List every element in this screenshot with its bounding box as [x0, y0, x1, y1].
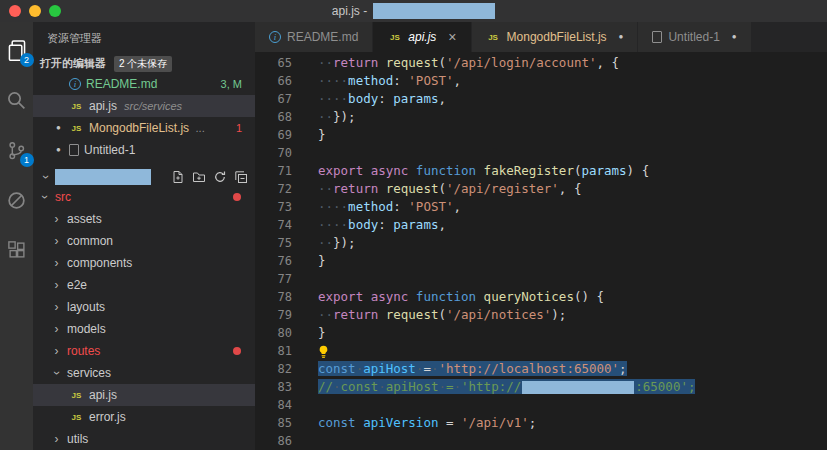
code-line-content[interactable]: //·const·apiHost·=·'http://:65000';: [305, 378, 695, 396]
code-token: apiVersion: [363, 415, 438, 430]
tree-item-models[interactable]: ›models: [33, 318, 255, 340]
code-token: ;: [529, 415, 537, 430]
open-editor-item-readme-md[interactable]: iREADME.md3, M: [33, 73, 255, 95]
code-line[interactable]: 83//·const·apiHost·=·'http://:65000';: [255, 378, 827, 396]
new-folder-button[interactable]: [191, 169, 207, 185]
code-line[interactable]: 78export async function queryNotices() {: [255, 288, 827, 306]
code-line-content[interactable]: }: [305, 252, 326, 270]
open-editor-label: api.js: [89, 99, 117, 113]
new-file-button[interactable]: [170, 169, 186, 185]
tree-item-utils[interactable]: ›utils: [33, 428, 255, 450]
tree-item-layouts[interactable]: ›layouts: [33, 296, 255, 318]
code-line[interactable]: 81: [255, 342, 827, 360]
code-line-content[interactable]: const apiVersion = '/api/v1';: [305, 414, 536, 432]
lightbulb-icon[interactable]: [318, 345, 331, 359]
tree-item-services[interactable]: ›services: [33, 362, 255, 384]
open-editor-item-mongodbfilelist-js[interactable]: ●JSMongodbFileList.js...1: [33, 117, 255, 139]
code-line-content[interactable]: export async function fakeRegister(param…: [305, 162, 649, 180]
code-line[interactable]: 82const·apiHost·=·'http://localhost:6500…: [255, 360, 827, 378]
code-line[interactable]: 75··});: [255, 234, 827, 252]
code-line-content[interactable]: [305, 396, 318, 414]
extensions-icon[interactable]: [5, 238, 29, 262]
code-line-content[interactable]: [305, 270, 318, 288]
code-line-content[interactable]: [305, 144, 318, 162]
code-line-content[interactable]: [305, 342, 333, 360]
tab-api-js[interactable]: JSapi.js×: [373, 22, 471, 52]
code-line-content[interactable]: ····method: 'POST',: [305, 198, 461, 216]
line-number: 79: [255, 306, 305, 324]
file-icon: [69, 144, 79, 156]
tree-item-assets[interactable]: ›assets: [33, 208, 255, 230]
code-token: 'http://localhost:65000': [438, 361, 619, 376]
code-line[interactable]: 70: [255, 144, 827, 162]
code-token: apiHost: [363, 361, 416, 376]
code-token: ··: [318, 55, 333, 70]
code-line[interactable]: 69}: [255, 126, 827, 144]
tree-item-common[interactable]: ›common: [33, 230, 255, 252]
zoom-window-button[interactable]: [49, 5, 61, 17]
tree-item-api-js[interactable]: JSapi.js: [33, 384, 255, 406]
tab-readme-md[interactable]: iREADME.md: [255, 22, 373, 52]
refresh-button[interactable]: [212, 169, 228, 185]
code-line[interactable]: 74····body: params,: [255, 216, 827, 234]
line-number: 84: [255, 396, 305, 414]
open-editor-meta: 3, M: [221, 78, 242, 90]
code-line[interactable]: 65··return request('/api/login/account',…: [255, 54, 827, 72]
tree-item-components[interactable]: ›components: [33, 252, 255, 274]
code-line-content[interactable]: ····body: params,: [305, 216, 446, 234]
code-line[interactable]: 80}: [255, 324, 827, 342]
code-line[interactable]: 72··return request('/api/register', {: [255, 180, 827, 198]
code-line-content[interactable]: ··});: [305, 108, 356, 126]
tab-mongodbfilelist-js[interactable]: JSMongodbFileList.js●: [472, 22, 639, 52]
code-line-content[interactable]: ··return request('/api/register', {: [305, 180, 581, 198]
code-line[interactable]: 79··return request('/api/notices');: [255, 306, 827, 324]
close-icon[interactable]: ×: [448, 30, 456, 44]
code-line[interactable]: 67····body: params,: [255, 90, 827, 108]
code-line-content[interactable]: }: [305, 126, 326, 144]
tree-item-e2e[interactable]: ›e2e: [33, 274, 255, 296]
explorer-icon[interactable]: 2: [5, 38, 29, 62]
code-line-content[interactable]: ····method: 'POST',: [305, 72, 461, 90]
code-line[interactable]: 76}: [255, 252, 827, 270]
code-line[interactable]: 71export async function fakeRegister(par…: [255, 162, 827, 180]
line-number: 68: [255, 108, 305, 126]
code-line[interactable]: 85const apiVersion = '/api/v1';: [255, 414, 827, 432]
open-editors-header[interactable]: 打开的编辑器 2 个未保存: [33, 54, 255, 73]
code-token: ;: [619, 361, 627, 376]
js-file-icon: JS: [69, 413, 84, 422]
source-control-icon[interactable]: 1: [5, 138, 29, 162]
code-line-content[interactable]: ··});: [305, 234, 356, 252]
close-window-button[interactable]: [9, 5, 21, 17]
debug-icon[interactable]: [5, 188, 29, 212]
code-line[interactable]: 68··});: [255, 108, 827, 126]
code-token: async: [371, 289, 409, 304]
open-editor-item-untitled-1[interactable]: ●Untitled-1: [33, 139, 255, 161]
tree-item-src[interactable]: ›src: [33, 186, 255, 208]
code-line[interactable]: 84: [255, 396, 827, 414]
collapse-all-button[interactable]: [233, 169, 249, 185]
code-line[interactable]: 66····method: 'POST',: [255, 72, 827, 90]
search-icon[interactable]: [5, 88, 29, 112]
code-token: }: [318, 253, 326, 268]
tab-untitled-1[interactable]: Untitled-1●: [638, 22, 751, 52]
code-line-content[interactable]: [305, 432, 318, 450]
minimize-window-button[interactable]: [29, 5, 41, 17]
code-line[interactable]: 77: [255, 270, 827, 288]
code-token: ,: [453, 73, 461, 88]
code-editor[interactable]: 65··return request('/api/login/account',…: [255, 52, 827, 450]
line-number: 73: [255, 198, 305, 216]
code-line-content[interactable]: }: [305, 324, 326, 342]
code-line[interactable]: 86: [255, 432, 827, 450]
code-line-content[interactable]: ··return request('/api/notices');: [305, 306, 566, 324]
open-editor-item-api-js[interactable]: JSapi.jssrc/services: [33, 95, 255, 117]
code-line-content[interactable]: ··return request('/api/login/account', {: [305, 54, 619, 72]
tree-item-error-js[interactable]: JSerror.js: [33, 406, 255, 428]
code-line-content[interactable]: export async function queryNotices() {: [305, 288, 604, 306]
folder-section-header[interactable]: ›: [33, 167, 255, 186]
code-line-content[interactable]: const·apiHost·=·'http://localhost:65000'…: [305, 360, 627, 378]
tree-item-routes[interactable]: ›routes: [33, 340, 255, 362]
line-number: 66: [255, 72, 305, 90]
code-token: );: [551, 307, 566, 322]
code-line-content[interactable]: ····body: params,: [305, 90, 446, 108]
code-line[interactable]: 73····method: 'POST',: [255, 198, 827, 216]
